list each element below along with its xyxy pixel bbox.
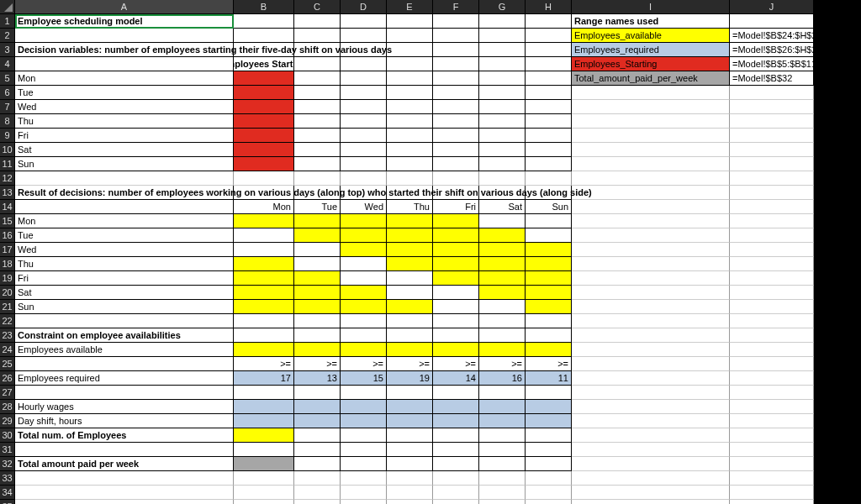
cell-F32[interactable] (433, 457, 479, 471)
cell-J35[interactable] (730, 500, 814, 504)
col-day-Tue[interactable]: Tue (294, 200, 341, 214)
cell-F10[interactable] (433, 143, 479, 157)
col-header-E[interactable]: E (387, 0, 433, 14)
cell-I13[interactable] (572, 186, 730, 200)
row-header-10[interactable]: 10 (0, 143, 15, 157)
cell-C30[interactable] (294, 428, 341, 443)
range-name-1[interactable]: Employees_required (572, 43, 730, 57)
employees-required-0[interactable]: 17 (234, 371, 294, 386)
cell-E27[interactable] (387, 386, 433, 400)
cell-J18[interactable] (730, 257, 814, 271)
matrix-3-3[interactable] (387, 257, 433, 271)
cell-I12[interactable] (572, 171, 730, 186)
matrix-6-5[interactable] (479, 300, 526, 314)
cell-D6[interactable] (341, 86, 387, 100)
matrix-2-6[interactable] (526, 243, 572, 257)
cell-G6[interactable] (479, 86, 526, 100)
cell-I32[interactable] (572, 457, 730, 471)
cell-J6[interactable] (730, 86, 814, 100)
row-header-5[interactable]: 5 (0, 71, 15, 86)
matrix-4-6[interactable] (526, 271, 572, 286)
matrix-1-3[interactable] (387, 228, 433, 243)
matrix-row-Tue[interactable]: Tue (15, 228, 234, 243)
cell-H8[interactable] (526, 114, 572, 129)
col-header-I[interactable]: I (572, 0, 730, 14)
matrix-1-0[interactable] (234, 228, 294, 243)
cell-H9[interactable] (526, 129, 572, 143)
gte-0[interactable]: >= (234, 357, 294, 371)
cell-H4[interactable] (526, 57, 572, 71)
matrix-0-0[interactable] (234, 214, 294, 228)
cell-C7[interactable] (294, 100, 341, 114)
employees-required-5[interactable]: 16 (479, 371, 526, 386)
cell-H22[interactable] (526, 314, 572, 328)
row-header-23[interactable]: 23 (0, 328, 15, 343)
cell-C9[interactable] (294, 129, 341, 143)
cell-A27[interactable] (15, 386, 234, 400)
cell-G5[interactable] (479, 71, 526, 86)
cell-G9[interactable] (479, 129, 526, 143)
row-header-31[interactable]: 31 (0, 443, 15, 457)
cell-F1[interactable] (433, 14, 479, 29)
cell-E1[interactable] (387, 14, 433, 29)
cell-C10[interactable] (294, 143, 341, 157)
cell-E5[interactable] (387, 71, 433, 86)
employees-starting-Mon[interactable] (234, 71, 294, 86)
day-shift-3[interactable] (387, 414, 433, 428)
cell-I11[interactable] (572, 157, 730, 171)
cell-H27[interactable] (526, 386, 572, 400)
cell-A1[interactable]: Employee scheduling model (15, 14, 234, 29)
cell-J25[interactable] (730, 357, 814, 371)
cell-E7[interactable] (387, 100, 433, 114)
col-day-Mon[interactable]: Mon (234, 200, 294, 214)
total-paid-value[interactable] (234, 457, 294, 471)
col-day-Sun[interactable]: Sun (526, 200, 572, 214)
cell-D11[interactable] (341, 157, 387, 171)
cell-E10[interactable] (387, 143, 433, 157)
cell-E33[interactable] (387, 471, 433, 486)
cell-G2[interactable] (479, 29, 526, 43)
employees-starting-Sat[interactable] (234, 143, 294, 157)
range-ref-1[interactable]: =Model!$B$26:$H$26 (730, 43, 814, 57)
col-header-H[interactable]: H (526, 0, 572, 14)
cell-C23[interactable] (294, 328, 341, 343)
day-shift-label[interactable]: Day shift, hours (15, 414, 234, 428)
matrix-4-5[interactable] (479, 271, 526, 286)
cell-D35[interactable] (341, 500, 387, 504)
matrix-6-2[interactable] (341, 300, 387, 314)
cell-G35[interactable] (479, 500, 526, 504)
cell-G33[interactable] (479, 471, 526, 486)
cell-H1[interactable] (526, 14, 572, 29)
matrix-2-2[interactable] (341, 243, 387, 257)
cell-E4[interactable] (387, 57, 433, 71)
hourly-wages-label[interactable]: Hourly wages (15, 400, 234, 414)
cell-I7[interactable] (572, 100, 730, 114)
matrix-row-Wed[interactable]: Wed (15, 243, 234, 257)
cell-E22[interactable] (387, 314, 433, 328)
cell-J32[interactable] (730, 457, 814, 471)
cell-F33[interactable] (433, 471, 479, 486)
cell-F4[interactable] (433, 57, 479, 71)
matrix-1-4[interactable] (433, 228, 479, 243)
cell-I19[interactable] (572, 271, 730, 286)
cell-D23[interactable] (341, 328, 387, 343)
row-header-33[interactable]: 33 (0, 471, 15, 486)
employees-available-4[interactable] (433, 343, 479, 357)
gte-4[interactable]: >= (433, 357, 479, 371)
day-shift-6[interactable] (526, 414, 572, 428)
cell-J19[interactable] (730, 271, 814, 286)
cell-E3[interactable] (387, 43, 433, 57)
employees-starting-header[interactable]: Employees Starting (234, 57, 294, 71)
cell-C32[interactable] (294, 457, 341, 471)
cell-B33[interactable] (234, 471, 294, 486)
matrix-0-6[interactable] (526, 214, 572, 228)
row-header-16[interactable]: 16 (0, 228, 15, 243)
cell-G34[interactable] (479, 486, 526, 500)
cell-J10[interactable] (730, 143, 814, 157)
cell-G12[interactable] (479, 171, 526, 186)
cell-I17[interactable] (572, 243, 730, 257)
cell-G23[interactable] (479, 328, 526, 343)
cell-H11[interactable] (526, 157, 572, 171)
cell-A34[interactable] (15, 486, 234, 500)
cell-F31[interactable] (433, 443, 479, 457)
